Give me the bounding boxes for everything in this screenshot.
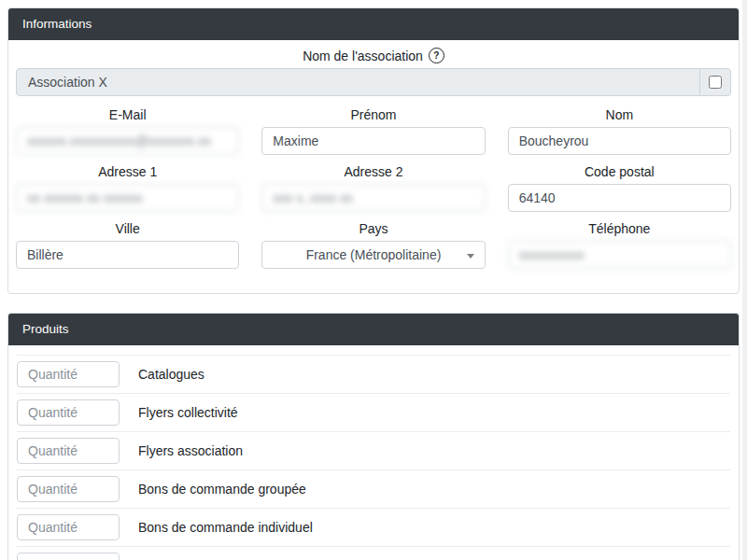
lastname-input[interactable] bbox=[508, 127, 731, 155]
quantity-input-bons-groupee[interactable] bbox=[17, 476, 120, 502]
quantity-input-flyers-collectivite[interactable] bbox=[17, 399, 120, 426]
phone-label: Téléphone bbox=[508, 221, 731, 236]
country-select[interactable]: France (Métropolitaine) bbox=[261, 241, 485, 269]
produits-card: Produits Catalogues Flyers collectivité … bbox=[7, 313, 740, 560]
city-label: Ville bbox=[16, 221, 239, 236]
chevron-down-icon bbox=[467, 254, 474, 259]
address2-field-group: Adresse 2 bbox=[261, 164, 485, 212]
product-row-bons-groupee: Bons de commande groupée bbox=[17, 469, 730, 508]
association-input-group: Association X bbox=[16, 68, 731, 96]
page: Informations Nom de l'association ? Asso… bbox=[0, 0, 747, 560]
informations-body: Nom de l'association ? Association X E-M… bbox=[8, 40, 739, 293]
quantity-input-affiches[interactable] bbox=[17, 553, 120, 560]
association-checkbox-addon bbox=[699, 68, 731, 96]
product-row-catalogues: Catalogues bbox=[17, 355, 730, 393]
informations-card: Informations Nom de l'association ? Asso… bbox=[7, 7, 740, 294]
postalcode-input[interactable] bbox=[508, 184, 731, 212]
email-input[interactable] bbox=[16, 127, 239, 155]
address1-label: Adresse 1 bbox=[16, 164, 239, 179]
product-label: Catalogues bbox=[138, 367, 204, 382]
country-select-value: France (Métropolitaine) bbox=[306, 247, 442, 262]
lastname-field-group: Nom bbox=[508, 107, 731, 155]
postalcode-field-group: Code postal bbox=[508, 164, 731, 212]
country-field-group: Pays France (Métropolitaine) bbox=[261, 221, 485, 269]
quantity-input-flyers-association[interactable] bbox=[17, 438, 120, 464]
firstname-label: Prénom bbox=[261, 107, 485, 122]
product-label: Flyers association bbox=[138, 443, 243, 458]
help-question-icon[interactable]: ? bbox=[429, 48, 444, 63]
association-name-value: Association X bbox=[28, 75, 107, 90]
form-row-1: E-Mail Prénom Nom bbox=[16, 107, 731, 155]
city-field-group: Ville bbox=[16, 221, 239, 269]
product-row-affiches: Affiche(s) personnalisées bbox=[17, 546, 730, 560]
association-label-row: Nom de l'association ? bbox=[16, 48, 731, 63]
quantity-input-catalogues[interactable] bbox=[17, 361, 120, 387]
phone-field-group: Téléphone bbox=[508, 221, 731, 269]
product-row-flyers-association: Flyers association bbox=[17, 431, 730, 469]
address2-label: Adresse 2 bbox=[261, 164, 485, 179]
city-input[interactable] bbox=[16, 241, 239, 269]
firstname-input[interactable] bbox=[261, 127, 485, 155]
association-name-field: Association X bbox=[16, 68, 700, 96]
address1-input[interactable] bbox=[16, 184, 239, 212]
form-row-3: Ville Pays France (Métropolitaine) Télép… bbox=[16, 221, 731, 269]
informations-header: Informations bbox=[8, 8, 739, 40]
lastname-label: Nom bbox=[508, 107, 731, 122]
phone-input[interactable] bbox=[508, 241, 731, 269]
product-label: Flyers collectivité bbox=[138, 405, 238, 420]
product-label: Bons de commande groupée bbox=[138, 482, 306, 497]
address1-field-group: Adresse 1 bbox=[16, 164, 239, 212]
form-row-2: Adresse 1 Adresse 2 Code postal bbox=[16, 164, 731, 212]
product-row-flyers-collectivite: Flyers collectivité bbox=[17, 393, 730, 431]
scrollbar[interactable] bbox=[742, 0, 747, 560]
email-label: E-Mail bbox=[16, 107, 239, 122]
firstname-field-group: Prénom bbox=[261, 107, 485, 155]
product-label: Bons de commande individuel bbox=[138, 520, 313, 535]
informations-title: Informations bbox=[22, 17, 92, 31]
address2-input[interactable] bbox=[261, 184, 485, 212]
produits-title: Produits bbox=[22, 322, 69, 336]
country-label: Pays bbox=[261, 221, 485, 236]
quantity-input-bons-individuel[interactable] bbox=[17, 514, 120, 540]
product-row-bons-individuel: Bons de commande individuel bbox=[17, 508, 730, 546]
email-field-group: E-Mail bbox=[16, 107, 239, 155]
association-label: Nom de l'association bbox=[303, 49, 423, 63]
produits-body: Catalogues Flyers collectivité Flyers as… bbox=[8, 345, 739, 560]
postalcode-label: Code postal bbox=[508, 164, 731, 179]
association-checkbox[interactable] bbox=[709, 76, 722, 89]
produits-header: Produits bbox=[8, 314, 739, 345]
